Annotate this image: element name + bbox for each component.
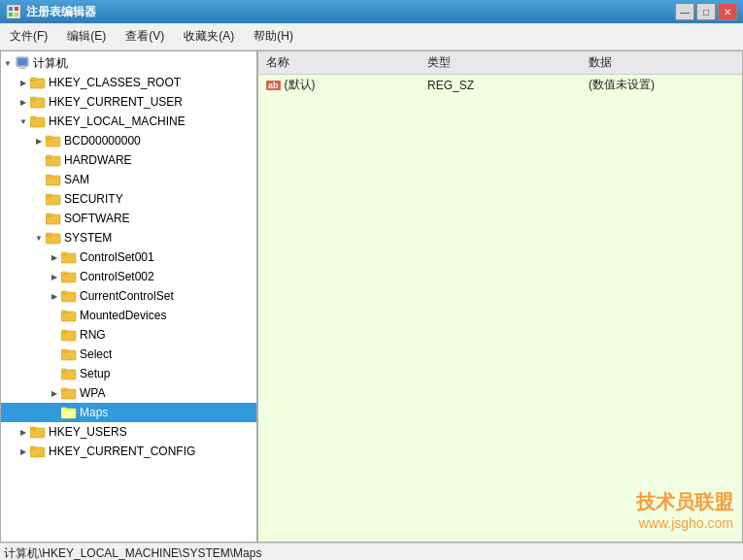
main-container: ▼ 计算机▶ HKEY_CLASSES_ROOT▶ HKEY_CURRENT_U… (0, 50, 743, 543)
expand-btn-local_machine[interactable]: ▼ (17, 115, 30, 128)
tree-panel[interactable]: ▼ 计算机▶ HKEY_CLASSES_ROOT▶ HKEY_CURRENT_U… (1, 51, 258, 542)
minimize-button[interactable]: — (675, 3, 694, 20)
expand-btn-controlset001[interactable]: ▶ (48, 250, 61, 264)
tree-item-label-controlset002: ControlSet002 (80, 270, 154, 283)
svg-rect-42 (61, 388, 67, 391)
expand-btn-sam (32, 173, 46, 186)
tree-item-bcd00000000[interactable]: ▶ BCD00000000 (1, 131, 256, 150)
svg-rect-1 (9, 7, 13, 11)
svg-rect-40 (61, 369, 67, 372)
tree-item-label-wpa: WPA (80, 386, 105, 400)
expand-btn-classes_root[interactable]: ▶ (17, 76, 30, 89)
folder-icon-system (46, 231, 61, 245)
tree-item-setup[interactable]: Setup (1, 364, 256, 383)
svg-rect-6 (17, 58, 28, 66)
folder-icon-sam (46, 173, 61, 186)
tree-item-hkey_current_config[interactable]: ▶ HKEY_CURRENT_CONFIG (1, 442, 256, 461)
expand-btn-computer[interactable]: ▼ (1, 56, 15, 70)
tree-item-controlset002[interactable]: ▶ ControlSet002 (1, 267, 256, 286)
table-row[interactable]: ab(默认)REG_SZ(数值未设置) (258, 75, 742, 96)
tree-item-security[interactable]: SECURITY (1, 189, 256, 209)
tree-item-hardware[interactable]: HARDWARE (1, 150, 256, 170)
tree-item-hkey_users[interactable]: ▶ HKEY_USERS (1, 422, 256, 442)
window-title: 注册表编辑器 (26, 4, 96, 20)
expand-btn-wpa[interactable]: ▶ (48, 386, 61, 400)
tree-item-label-bcd00000000: BCD00000000 (64, 134, 141, 148)
folder-icon-controlset001 (61, 250, 77, 264)
folder-icon-setup (61, 367, 77, 380)
tree-item-label-classes_root: HKEY_CLASSES_ROOT (49, 76, 181, 89)
tree-item-classes_root[interactable]: ▶ HKEY_CLASSES_ROOT (1, 73, 256, 92)
tree-item-label-mounteddevices: MountedDevices (80, 309, 166, 322)
window-controls[interactable]: — □ ✕ (675, 3, 737, 20)
status-path: 计算机\HKEY_LOCAL_MACHINE\SYSTEM\Maps (4, 545, 261, 560)
tree-item-label-currentcontrolset: CurrentControlSet (80, 289, 174, 303)
expand-btn-hkey_users[interactable]: ▶ (17, 425, 30, 439)
svg-rect-28 (61, 252, 67, 255)
expand-btn-setup (48, 367, 61, 380)
menu-item-文件(F)[interactable]: 文件(F) (0, 25, 57, 48)
folder-icon-local_machine (30, 115, 46, 128)
tree-item-rng[interactable]: RNG (1, 325, 256, 345)
folder-icon-controlset002 (61, 270, 77, 283)
tree-item-currentcontrolset[interactable]: ▶ CurrentControlSet (1, 286, 256, 306)
tree-item-computer[interactable]: ▼ 计算机 (1, 53, 256, 73)
folder-icon-current_user (30, 95, 46, 109)
svg-rect-38 (61, 349, 67, 352)
tree-item-maps[interactable]: Maps (1, 403, 256, 422)
svg-rect-2 (15, 7, 18, 11)
menu-item-帮助(H)[interactable]: 帮助(H) (244, 25, 303, 48)
tree-item-wpa[interactable]: ▶ WPA (1, 383, 256, 403)
svg-rect-46 (30, 427, 36, 430)
maximize-button[interactable]: □ (696, 3, 716, 20)
svg-rect-4 (15, 13, 18, 16)
tree-item-label-current_user: HKEY_CURRENT_USER (49, 95, 183, 109)
expand-btn-controlset002[interactable]: ▶ (48, 270, 61, 283)
tree-item-software[interactable]: SOFTWARE (1, 209, 256, 228)
tree-item-controlset001[interactable]: ▶ ControlSet001 (1, 247, 256, 267)
tree-item-label-hkey_users: HKEY_USERS (49, 425, 127, 439)
tree-item-sam[interactable]: SAM (1, 170, 256, 189)
tree-item-label-security: SECURITY (64, 192, 123, 206)
tree-item-label-hardware: HARDWARE (64, 153, 132, 167)
expand-btn-select (48, 347, 61, 361)
expand-btn-currentcontrolset[interactable]: ▶ (48, 289, 61, 303)
svg-rect-18 (46, 155, 51, 158)
folder-icon-maps (61, 406, 77, 419)
svg-rect-7 (19, 67, 24, 69)
cell-name: ab(默认) (258, 75, 420, 96)
svg-rect-10 (30, 78, 36, 81)
svg-rect-12 (30, 97, 36, 100)
tree-item-label-controlset001: ControlSet001 (80, 250, 154, 264)
tree-item-mounteddevices[interactable]: MountedDevices (1, 306, 256, 325)
col-type: 类型 (420, 51, 581, 75)
svg-rect-24 (46, 214, 51, 216)
cell-data: (数值未设置) (581, 75, 742, 96)
tree-item-select[interactable]: Select (1, 345, 256, 364)
menu-item-收藏夹(A)[interactable]: 收藏夹(A) (174, 25, 244, 48)
folder-icon-hkey_users (30, 425, 46, 439)
svg-rect-22 (46, 194, 51, 197)
registry-table: 名称 类型 数据 ab(默认)REG_SZ(数值未设置) (258, 51, 742, 95)
menu-bar: 文件(F)编辑(E)查看(V)收藏夹(A)帮助(H) (0, 23, 743, 50)
close-button[interactable]: ✕ (718, 3, 737, 20)
expand-btn-bcd00000000[interactable]: ▶ (32, 134, 46, 148)
menu-item-编辑(E)[interactable]: 编辑(E) (57, 25, 116, 48)
folder-icon-security (46, 192, 61, 206)
expand-btn-rng (48, 328, 61, 342)
tree-item-current_user[interactable]: ▶ HKEY_CURRENT_USER (1, 92, 256, 112)
table-body: ab(默认)REG_SZ(数值未设置) (258, 75, 742, 96)
tree-item-label-select: Select (80, 347, 112, 361)
menu-item-查看(V)[interactable]: 查看(V) (116, 25, 174, 48)
svg-rect-8 (18, 68, 27, 69)
table-header: 名称 类型 数据 (258, 51, 742, 75)
svg-rect-16 (46, 136, 51, 139)
tree-item-local_machine[interactable]: ▼ HKEY_LOCAL_MACHINE (1, 112, 256, 131)
tree-item-label-software: SOFTWARE (64, 212, 130, 225)
expand-btn-system[interactable]: ▼ (32, 231, 46, 245)
title-bar: 注册表编辑器 — □ ✕ (0, 0, 743, 23)
expand-btn-hkey_current_config[interactable]: ▶ (17, 445, 30, 458)
expand-btn-current_user[interactable]: ▶ (17, 95, 30, 109)
tree-item-label-rng: RNG (80, 328, 106, 342)
tree-item-system[interactable]: ▼ SYSTEM (1, 228, 256, 247)
